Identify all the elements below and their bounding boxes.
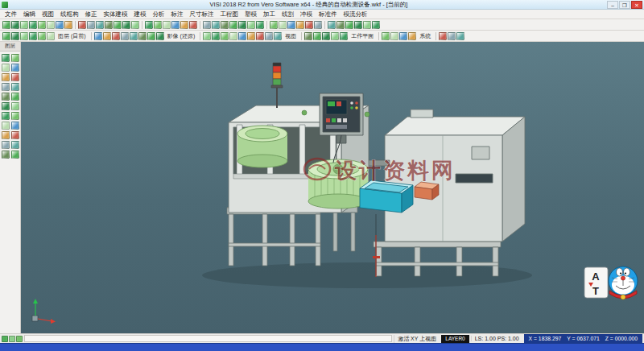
viewport-3d[interactable]: 设计资料网 A T (21, 42, 644, 333)
copy-icon[interactable] (105, 21, 113, 29)
menu-item-7[interactable]: 建模 (131, 10, 150, 19)
menu-item-15[interactable]: 冲模 (297, 10, 316, 19)
export-icon[interactable] (56, 21, 64, 29)
grid-toggle-icon[interactable] (16, 336, 23, 342)
text-tool-icon[interactable] (47, 32, 55, 40)
snap-icon[interactable] (354, 21, 362, 29)
save-icon[interactable] (20, 21, 28, 29)
attributes-icon[interactable] (372, 21, 380, 29)
select-icon[interactable] (145, 21, 153, 29)
transparency-icon[interactable] (11, 83, 19, 91)
wireframe-view-icon[interactable] (279, 21, 287, 29)
annotation-icon[interactable] (2, 336, 8, 342)
shaded-view-icon[interactable] (270, 21, 278, 29)
deselect-icon[interactable] (189, 21, 197, 29)
zoom-window-icon[interactable] (212, 21, 220, 29)
menu-item-17[interactable]: 模流分析 (341, 10, 371, 19)
cut-icon[interactable] (96, 21, 104, 29)
menu-item-9[interactable]: 标注 (168, 10, 187, 19)
dynamic-view-icon[interactable] (247, 21, 255, 29)
mass-properties-icon[interactable] (2, 112, 10, 120)
import-icon[interactable] (47, 21, 55, 29)
render-icon[interactable] (305, 21, 313, 29)
open-icon[interactable] (11, 21, 19, 29)
menu-item-10[interactable]: 尺寸标注 (187, 10, 217, 19)
menu-item-13[interactable]: 加工 (260, 10, 279, 19)
help-tool-icon[interactable] (439, 32, 447, 40)
lock-entity-icon[interactable] (2, 141, 10, 149)
command-prompt-bar[interactable] (0, 343, 644, 351)
pan-icon[interactable] (229, 21, 237, 29)
unlock-entity-icon[interactable] (11, 141, 19, 149)
zoom-all-icon[interactable] (203, 21, 211, 29)
section-view-icon[interactable] (2, 93, 10, 101)
workplane-xz-icon[interactable] (313, 32, 321, 40)
menu-item-5[interactable]: 修正 (82, 10, 101, 19)
fillet-tool-icon[interactable] (130, 32, 138, 40)
circle-icon[interactable] (29, 32, 37, 40)
paste-icon[interactable] (114, 21, 122, 29)
view-top-icon[interactable] (203, 32, 211, 40)
select-chain-icon[interactable] (163, 21, 171, 29)
curve-icon[interactable] (38, 32, 46, 40)
database-icon[interactable] (390, 32, 398, 40)
view-rotate-icon[interactable] (265, 32, 273, 40)
select-color-icon[interactable] (171, 21, 180, 29)
shadow-icon[interactable] (314, 21, 322, 29)
print-icon[interactable] (29, 21, 37, 29)
new-file-icon[interactable] (2, 21, 10, 29)
view-settings-icon[interactable] (11, 151, 19, 159)
active-workplane-label[interactable]: 激活 XY 上视图 (394, 335, 440, 343)
menu-item-4[interactable]: 线框构 (57, 10, 82, 19)
view-back-icon[interactable] (238, 32, 246, 40)
chamfer-tool-icon[interactable] (138, 32, 147, 40)
workplane-yz-icon[interactable] (322, 32, 330, 40)
shaded-mode-icon[interactable] (11, 64, 19, 72)
delete-icon[interactable] (122, 21, 130, 29)
maximize-button[interactable]: ❐ (619, 1, 630, 9)
workplane-face-icon[interactable] (340, 32, 348, 40)
measure-distance-icon[interactable] (2, 102, 10, 110)
refresh-view-icon[interactable] (2, 151, 10, 159)
redraw-icon[interactable] (256, 21, 264, 29)
measure-angle-icon[interactable] (11, 102, 19, 110)
search-tool-icon[interactable] (456, 32, 464, 40)
arc-icon[interactable] (20, 32, 28, 40)
menu-item-12[interactable]: 塑模 (242, 10, 260, 19)
sidebar-tab-layers[interactable]: 图层 (0, 42, 20, 52)
properties-icon[interactable] (131, 21, 139, 29)
workplane-3pt-icon[interactable] (331, 32, 339, 40)
hide-entity-icon[interactable] (2, 73, 10, 81)
view-bottom-icon[interactable] (247, 32, 255, 40)
color-picker-icon[interactable] (2, 122, 10, 130)
layer-list-icon[interactable] (11, 54, 19, 62)
active-layer-chip[interactable]: LAYER0 (441, 335, 469, 343)
menu-item-8[interactable]: 分析 (150, 10, 168, 19)
macro-icon[interactable] (408, 32, 416, 40)
zoom-previous-icon[interactable] (221, 21, 229, 29)
calculator-icon[interactable] (399, 32, 407, 40)
print-preview-icon[interactable] (38, 21, 46, 29)
menu-item-2[interactable]: 编辑 (20, 10, 39, 19)
layer-manager-icon[interactable] (328, 21, 336, 29)
line-icon[interactable] (11, 32, 19, 40)
view-iso-icon[interactable] (229, 32, 237, 40)
hole-icon[interactable] (121, 32, 129, 40)
wireframe-mode-icon[interactable] (2, 64, 10, 72)
extrude-icon[interactable] (94, 32, 102, 40)
ortho-icon[interactable] (363, 21, 371, 29)
revolve-icon[interactable] (103, 32, 111, 40)
rotate-view-icon[interactable] (238, 21, 246, 29)
entity-info-icon[interactable] (11, 112, 19, 120)
undo-icon[interactable] (78, 21, 86, 29)
view-custom-icon[interactable] (274, 32, 282, 40)
menu-item-6[interactable]: 实体建模 (101, 10, 131, 19)
minimize-button[interactable]: – (607, 1, 618, 9)
perspective-icon[interactable] (296, 21, 304, 29)
view-front-icon[interactable] (212, 32, 220, 40)
sweep-icon[interactable] (112, 32, 120, 40)
close-button[interactable]: ✕ (631, 1, 642, 9)
info-icon[interactable] (448, 32, 456, 40)
plot-icon[interactable] (64, 21, 72, 29)
menu-item-11[interactable]: 工程图 (217, 10, 242, 19)
